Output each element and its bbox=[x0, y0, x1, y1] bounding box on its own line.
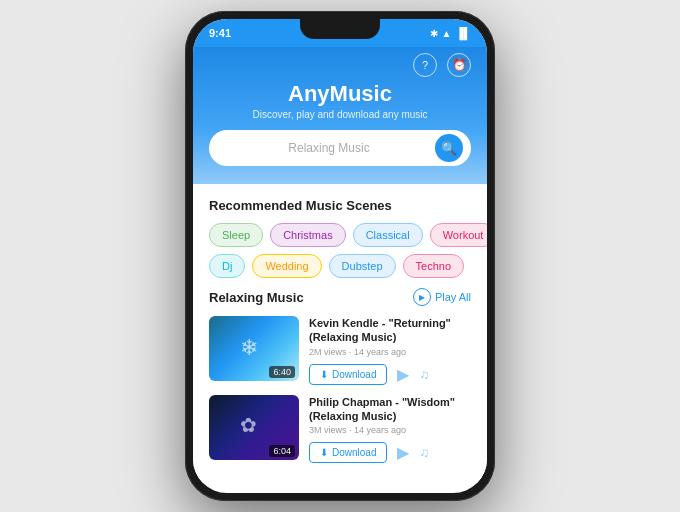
play-all-label: Play All bbox=[435, 291, 471, 303]
download-label-1: Download bbox=[332, 369, 376, 380]
play-all-icon: ▶ bbox=[413, 288, 431, 306]
tag-classical[interactable]: Classical bbox=[353, 223, 423, 247]
tag-dj[interactable]: Dj bbox=[209, 254, 245, 278]
bluetooth-icon: ✱ bbox=[430, 28, 438, 39]
app-header: ? ⏰ AnyMusic Discover, play and download… bbox=[193, 47, 487, 184]
download-icon-2: ⬇ bbox=[320, 447, 328, 458]
download-icon-1: ⬇ bbox=[320, 369, 328, 380]
notch bbox=[300, 19, 380, 39]
header-actions: ? ⏰ bbox=[209, 53, 471, 77]
tag-workout[interactable]: Workout bbox=[430, 223, 487, 247]
queue-icon-1[interactable]: ♫ bbox=[419, 367, 429, 382]
duration-2: 6:04 bbox=[269, 445, 295, 457]
status-bar: 9:41 ✱ ▲ ▐▌ bbox=[193, 19, 487, 47]
app-subtitle: Discover, play and download any music bbox=[209, 109, 471, 120]
thumbnail-1: ❄ 6:40 bbox=[209, 316, 299, 381]
tags-row-2: Dj Wedding Dubstep Techno bbox=[209, 254, 471, 278]
download-button-2[interactable]: ⬇ Download bbox=[309, 442, 387, 463]
content-area: Recommended Music Scenes Sleep Christmas… bbox=[193, 184, 487, 483]
phone-screen: 9:41 ✱ ▲ ▐▌ ? ⏰ AnyMusic Discover, play … bbox=[193, 19, 487, 493]
tag-dj-label: Dj bbox=[222, 260, 232, 272]
thumb-flower-icon-1: ❄ bbox=[240, 335, 268, 363]
tag-wedding-label: Wedding bbox=[265, 260, 308, 272]
queue-icon-2[interactable]: ♫ bbox=[419, 445, 429, 460]
tag-sleep[interactable]: Sleep bbox=[209, 223, 263, 247]
tag-wedding[interactable]: Wedding bbox=[252, 254, 321, 278]
music-section-title: Relaxing Music bbox=[209, 290, 304, 305]
status-time: 9:41 bbox=[209, 27, 231, 39]
search-button[interactable]: 🔍 bbox=[435, 134, 463, 162]
music-info-2: Philip Chapman - "Wisdom" (Relaxing Musi… bbox=[309, 395, 471, 464]
help-icon: ? bbox=[422, 59, 428, 71]
recommended-title: Recommended Music Scenes bbox=[209, 198, 471, 213]
music-item-1: ❄ 6:40 Kevin Kendle - "Returning" (Relax… bbox=[209, 316, 471, 385]
thumbnail-2: ✿ 6:04 bbox=[209, 395, 299, 460]
music-name-2: Philip Chapman - "Wisdom" (Relaxing Musi… bbox=[309, 395, 471, 424]
settings-button[interactable]: ⏰ bbox=[447, 53, 471, 77]
status-icons: ✱ ▲ ▐▌ bbox=[430, 27, 472, 39]
music-name-1: Kevin Kendle - "Returning" (Relaxing Mus… bbox=[309, 316, 471, 345]
app-title: AnyMusic bbox=[209, 81, 471, 107]
play-icon-2[interactable]: ▶ bbox=[397, 443, 409, 462]
settings-icon: ⏰ bbox=[452, 58, 467, 72]
tag-workout-label: Workout bbox=[443, 229, 484, 241]
tag-dubstep-label: Dubstep bbox=[342, 260, 383, 272]
music-section-header: Relaxing Music ▶ Play All bbox=[209, 288, 471, 306]
thumb-flower-icon-2: ✿ bbox=[240, 413, 268, 441]
help-button[interactable]: ? bbox=[413, 53, 437, 77]
search-bar[interactable]: Relaxing Music 🔍 bbox=[209, 130, 471, 166]
tag-techno[interactable]: Techno bbox=[403, 254, 464, 278]
search-placeholder: Relaxing Music bbox=[223, 141, 435, 155]
battery-icon: ▐▌ bbox=[455, 27, 471, 39]
tag-dubstep[interactable]: Dubstep bbox=[329, 254, 396, 278]
phone-frame: 9:41 ✱ ▲ ▐▌ ? ⏰ AnyMusic Discover, play … bbox=[185, 11, 495, 501]
download-button-1[interactable]: ⬇ Download bbox=[309, 364, 387, 385]
download-label-2: Download bbox=[332, 447, 376, 458]
wifi-icon: ▲ bbox=[442, 28, 452, 39]
play-all-button[interactable]: ▶ Play All bbox=[413, 288, 471, 306]
music-meta-2: 3M views · 14 years ago bbox=[309, 425, 471, 435]
music-meta-1: 2M views · 14 years ago bbox=[309, 347, 471, 357]
music-actions-2: ⬇ Download ▶ ♫ bbox=[309, 442, 471, 463]
tag-sleep-label: Sleep bbox=[222, 229, 250, 241]
tag-techno-label: Techno bbox=[416, 260, 451, 272]
duration-1: 6:40 bbox=[269, 366, 295, 378]
tags-row-1: Sleep Christmas Classical Workout bbox=[209, 223, 471, 247]
music-info-1: Kevin Kendle - "Returning" (Relaxing Mus… bbox=[309, 316, 471, 385]
play-icon-1[interactable]: ▶ bbox=[397, 365, 409, 384]
music-section: Relaxing Music ▶ Play All ❄ 6:40 bbox=[209, 288, 471, 463]
tag-classical-label: Classical bbox=[366, 229, 410, 241]
music-actions-1: ⬇ Download ▶ ♫ bbox=[309, 364, 471, 385]
search-icon: 🔍 bbox=[441, 141, 457, 156]
tag-christmas-label: Christmas bbox=[283, 229, 333, 241]
tag-christmas[interactable]: Christmas bbox=[270, 223, 346, 247]
music-item-2: ✿ 6:04 Philip Chapman - "Wisdom" (Relaxi… bbox=[209, 395, 471, 464]
